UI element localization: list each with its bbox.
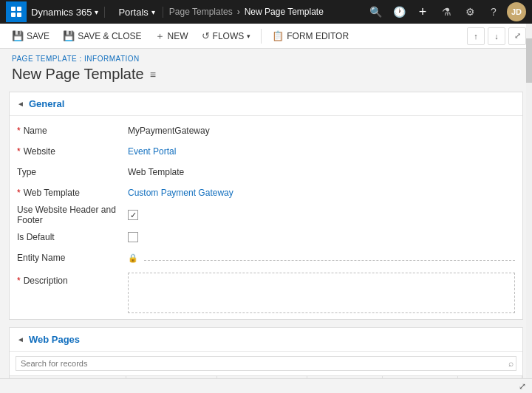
filter-button[interactable]: ⚗	[436, 1, 457, 22]
toolbar-right: ↑ ↓ ⤢	[467, 27, 526, 45]
general-section-header[interactable]: ◄ General	[10, 92, 522, 116]
search-wrap: ⌕	[16, 356, 516, 371]
field-description-value[interactable]	[128, 273, 515, 313]
help-button[interactable]: ?	[483, 1, 504, 22]
web-pages-section-header[interactable]: ◄ Web Pages	[10, 328, 522, 352]
field-entity-name-row: Entity Name 🔒	[10, 247, 522, 268]
scroll-track[interactable]	[526, 24, 532, 393]
field-is-default-label: Is Default	[17, 232, 128, 242]
field-web-template-value: Custom Payment Gateway	[128, 188, 515, 198]
form-editor-button[interactable]: 📋 FORM EDITOR	[266, 27, 355, 44]
field-header-footer-row: Use Website Header and Footer	[10, 203, 522, 227]
field-type-row: Type Web Template	[10, 162, 522, 182]
field-name-label: * Name	[17, 126, 128, 136]
save-button[interactable]: 💾 SAVE	[6, 27, 55, 44]
save-close-button[interactable]: 💾 SAVE & CLOSE	[57, 27, 147, 44]
page-subtitle: PAGE TEMPLATE : INFORMATION	[12, 55, 520, 63]
page-menu-icon[interactable]: ≡	[150, 69, 156, 81]
field-type-label: Type	[17, 167, 128, 177]
general-toggle-icon: ◄	[17, 100, 24, 108]
web-template-link[interactable]: Custom Payment Gateway	[128, 188, 233, 198]
field-type-value: Web Template	[128, 167, 515, 177]
field-description-label: * Description	[17, 273, 128, 286]
is-default-checkbox[interactable]	[128, 232, 138, 242]
app-icon[interactable]	[6, 1, 27, 22]
web-pages-section-label: Web Pages	[29, 334, 80, 345]
field-web-template-row: * Web Template Custom Payment Gateway	[10, 182, 522, 203]
search-icon[interactable]: ⌕	[508, 358, 514, 369]
field-website-value: Event Portal	[128, 146, 515, 157]
svg-rect-0	[11, 7, 16, 11]
field-name-value[interactable]: MyPaymentGateway	[128, 126, 515, 136]
search-row: ⌕	[10, 352, 522, 376]
field-entity-name-label: Entity Name	[17, 253, 128, 263]
field-description-row: * Description	[10, 268, 522, 315]
scroll-up-button[interactable]: ↑	[467, 27, 485, 45]
settings-button[interactable]: ⚙	[460, 1, 480, 22]
form-editor-icon: 📋	[272, 30, 284, 41]
expand-button[interactable]: ⤢	[508, 27, 526, 45]
svg-rect-1	[17, 7, 21, 11]
toolbar: 💾 SAVE 💾 SAVE & CLOSE ＋ NEW ↺ FLOWS ▾ 📋 …	[0, 24, 532, 49]
header-footer-checkbox[interactable]	[128, 210, 138, 220]
app-name[interactable]: Dynamics 365 ▾	[31, 7, 105, 18]
history-button[interactable]: 🕐	[389, 1, 409, 22]
scroll-down-button[interactable]: ↓	[488, 27, 505, 45]
nav-icons: 🔍 🕐 + ⚗ ⚙ ? JD	[365, 1, 526, 22]
field-name-row: * Name MyPaymentGateway	[10, 120, 522, 141]
search-nav-button[interactable]: 🔍	[365, 1, 386, 22]
toolbar-separator	[261, 29, 262, 44]
portals-nav[interactable]: Portals ▾	[111, 7, 163, 18]
website-link[interactable]: Event Portal	[128, 146, 176, 157]
svg-rect-2	[11, 13, 16, 17]
general-section: ◄ General * Name MyPaymentGateway * Webs	[9, 92, 523, 320]
field-is-default-value	[128, 232, 515, 242]
general-section-label: General	[29, 98, 64, 109]
scroll-thumb[interactable]	[526, 38, 532, 83]
save-close-icon: 💾	[63, 30, 75, 41]
save-icon: 💾	[12, 30, 24, 41]
breadcrumb-sep: ›	[237, 7, 240, 17]
web-pages-toggle-icon: ◄	[17, 335, 24, 344]
avatar[interactable]: JD	[507, 2, 526, 21]
app-nav-arrow: ▾	[95, 8, 98, 16]
lock-icon: 🔒	[128, 253, 138, 263]
expand-icon[interactable]: ⤢	[519, 381, 526, 392]
new-icon: ＋	[155, 30, 165, 43]
breadcrumb: Page Templates › New Page Template	[169, 7, 365, 17]
field-header-footer-label: Use Website Header and Footer	[17, 205, 128, 225]
new-button[interactable]: ＋ NEW	[149, 27, 194, 46]
bottom-bar: ⤢	[0, 378, 532, 393]
svg-rect-3	[17, 13, 21, 17]
field-website-label: * Website	[17, 146, 128, 157]
breadcrumb-current: New Page Template	[245, 7, 324, 17]
field-header-footer-value	[128, 210, 515, 220]
breadcrumb-page-templates[interactable]: Page Templates	[169, 7, 233, 17]
search-input[interactable]	[16, 356, 516, 371]
general-form-body: * Name MyPaymentGateway * Website Event …	[10, 116, 522, 319]
new-nav-button[interactable]: +	[412, 1, 433, 22]
page-title: New Page Template ≡	[12, 66, 520, 83]
field-is-default-row: Is Default	[10, 227, 522, 247]
field-web-template-label: * Web Template	[17, 188, 128, 198]
flows-icon: ↺	[202, 30, 210, 41]
field-website-row: * Website Event Portal	[10, 141, 522, 162]
top-nav: Dynamics 365 ▾ Portals ▾ Page Templates …	[0, 0, 532, 24]
main-content: ◄ General * Name MyPaymentGateway * Webs	[0, 86, 532, 392]
field-entity-name-value: 🔒	[128, 253, 515, 263]
page-header: PAGE TEMPLATE : INFORMATION New Page Tem…	[0, 49, 532, 86]
flows-button[interactable]: ↺ FLOWS ▾	[196, 27, 257, 44]
